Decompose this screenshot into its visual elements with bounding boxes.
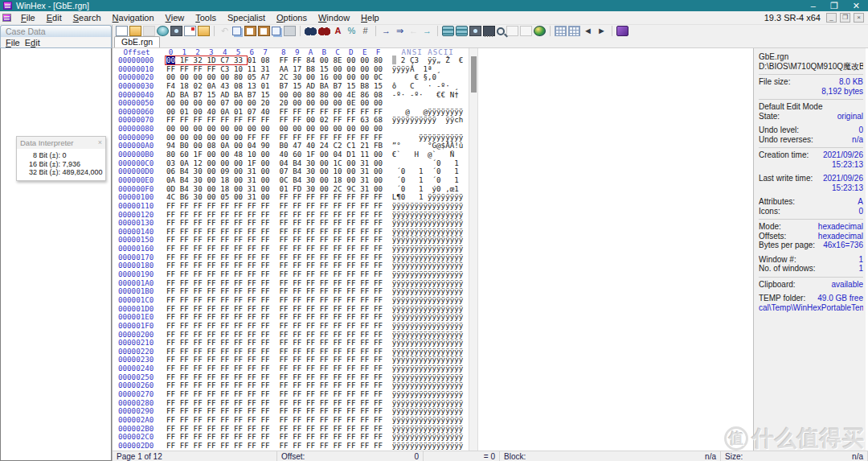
goto-page-icon[interactable]: ⇒: [394, 26, 406, 36]
hex-byte[interactable]: B7: [334, 82, 342, 91]
hex-byte[interactable]: FF: [220, 416, 229, 425]
internet-icon[interactable]: [534, 26, 546, 36]
hex-byte[interactable]: FF: [166, 322, 175, 331]
hex-byte[interactable]: 01: [261, 82, 270, 91]
hex-byte[interactable]: FF: [306, 442, 315, 451]
hex-byte[interactable]: FF: [346, 416, 355, 425]
hex-byte[interactable]: FF: [374, 202, 383, 211]
hex-byte[interactable]: FF: [261, 296, 270, 305]
search-hex-icon[interactable]: [318, 26, 330, 36]
hex-byte[interactable]: 0A: [207, 82, 215, 91]
hex-byte[interactable]: FF: [234, 202, 243, 211]
hex-byte[interactable]: 18: [180, 82, 189, 91]
hex-byte[interactable]: FF: [346, 202, 355, 211]
hex-byte[interactable]: FF: [220, 296, 229, 305]
tab-gbe-rgn[interactable]: GbE.rgn: [114, 36, 160, 47]
hex-byte[interactable]: FF: [194, 202, 203, 211]
hex-byte[interactable]: FF: [207, 416, 215, 425]
hex-byte[interactable]: FF: [234, 322, 243, 331]
hex-byte[interactable]: FF: [320, 442, 329, 451]
menu-window[interactable]: Window: [313, 12, 355, 23]
hex-byte[interactable]: FF: [180, 296, 189, 305]
find-text-icon[interactable]: A: [332, 26, 344, 36]
hex-byte[interactable]: FF: [166, 202, 175, 211]
hex-byte[interactable]: FF: [166, 296, 175, 305]
ascii-cell[interactable]: ÿÿÿÿÿÿÿÿÿÿÿÿÿÿÿÿ: [392, 202, 464, 211]
hex-byte[interactable]: FF: [320, 322, 329, 331]
scrollbar-thumb[interactable]: [471, 56, 477, 93]
hex-byte[interactable]: FF: [306, 296, 315, 305]
hex-byte[interactable]: FF: [334, 202, 342, 211]
hex-byte[interactable]: FF: [248, 416, 256, 425]
replace-icon[interactable]: #: [359, 26, 371, 36]
hex-byte[interactable]: FF: [360, 202, 369, 211]
ascii-cell[interactable]: ÿÿÿÿÿÿÿÿÿÿÿÿÿÿÿÿ: [392, 416, 464, 425]
minimize-button[interactable]: –: [811, 0, 816, 11]
hex-byte[interactable]: 08: [234, 82, 243, 91]
hex-byte[interactable]: FF: [360, 296, 369, 305]
menu-help[interactable]: Help: [355, 12, 385, 23]
viewer-icon[interactable]: [497, 27, 505, 35]
hex-byte[interactable]: FF: [306, 416, 315, 425]
hex-byte[interactable]: FF: [194, 442, 203, 451]
hex-byte[interactable]: FF: [194, 296, 203, 305]
copy-block-icon[interactable]: [272, 27, 280, 35]
hex-byte[interactable]: BA: [320, 82, 329, 91]
hex-byte[interactable]: FF: [346, 322, 355, 331]
hex-byte[interactable]: B8: [360, 82, 369, 91]
hex-byte[interactable]: FF: [279, 296, 288, 305]
hex-byte[interactable]: FF: [374, 416, 383, 425]
scroll-left-icon[interactable]: ◄: [582, 26, 594, 36]
hex-byte[interactable]: FF: [279, 416, 288, 425]
scroll-right-icon[interactable]: ►: [596, 26, 608, 36]
hex-byte[interactable]: FF: [220, 202, 229, 211]
hex-byte[interactable]: FF: [234, 442, 243, 451]
hex-byte[interactable]: FF: [207, 202, 215, 211]
hex-byte[interactable]: FF: [374, 442, 383, 451]
mdi-restore-button[interactable]: ❐: [840, 13, 850, 23]
ascii-cell[interactable]: ÿÿÿÿÿÿÿÿÿÿÿÿÿÿÿÿ: [392, 296, 464, 305]
hex-byte[interactable]: FF: [279, 202, 288, 211]
menu-navigation[interactable]: Navigation: [107, 12, 160, 23]
menu-file[interactable]: File: [15, 12, 41, 23]
copy-icon[interactable]: [232, 27, 241, 35]
hex-byte[interactable]: FF: [248, 322, 256, 331]
new-file-icon[interactable]: [116, 26, 128, 36]
data-interpreter-close-icon[interactable]: ×: [98, 138, 102, 147]
clipboard-hex-icon[interactable]: [284, 26, 296, 36]
hex-byte[interactable]: FF: [346, 296, 355, 305]
case-menu-file[interactable]: File: [6, 38, 20, 47]
hex-byte[interactable]: FF: [293, 202, 301, 211]
case-menu-edit[interactable]: Edit: [25, 38, 40, 47]
hex-byte[interactable]: FF: [261, 202, 270, 211]
hex-byte[interactable]: FF: [293, 322, 301, 331]
hex-byte[interactable]: FF: [279, 322, 288, 331]
ascii-cell[interactable]: ô C · -º· ¸: [392, 82, 464, 91]
snapshot-icon[interactable]: [170, 26, 182, 36]
ascii-cell[interactable]: ÿÿÿÿÿÿÿÿÿÿÿÿÿÿÿÿ: [392, 442, 464, 451]
hex-byte[interactable]: FF: [207, 296, 215, 305]
clone-disk-icon[interactable]: [456, 26, 468, 36]
menu-edit[interactable]: Edit: [41, 12, 68, 23]
calculator-icon[interactable]: [555, 26, 567, 36]
hex-byte[interactable]: FF: [374, 322, 383, 331]
hex-byte[interactable]: 02: [194, 82, 203, 91]
help-icon[interactable]: [616, 26, 628, 36]
hex-byte[interactable]: FF: [180, 416, 189, 425]
hex-byte[interactable]: B7: [279, 82, 288, 91]
hex-byte[interactable]: FF: [320, 296, 329, 305]
hex-byte[interactable]: 15: [374, 82, 383, 91]
open-file-icon[interactable]: [129, 26, 141, 36]
hex-byte[interactable]: FF: [360, 322, 369, 331]
hex-byte[interactable]: FF: [248, 296, 256, 305]
properties-icon[interactable]: [184, 26, 196, 36]
hex-byte[interactable]: FF: [334, 322, 342, 331]
hex-byte[interactable]: FF: [293, 416, 301, 425]
hex-byte[interactable]: FF: [320, 202, 329, 211]
vertical-scrollbar[interactable]: [469, 48, 478, 451]
hex-byte[interactable]: FF: [374, 296, 383, 305]
hex-byte[interactable]: FF: [248, 442, 256, 451]
hex-byte[interactable]: FF: [234, 296, 243, 305]
hex-byte[interactable]: FF: [180, 322, 189, 331]
hex-byte[interactable]: 15: [346, 82, 355, 91]
